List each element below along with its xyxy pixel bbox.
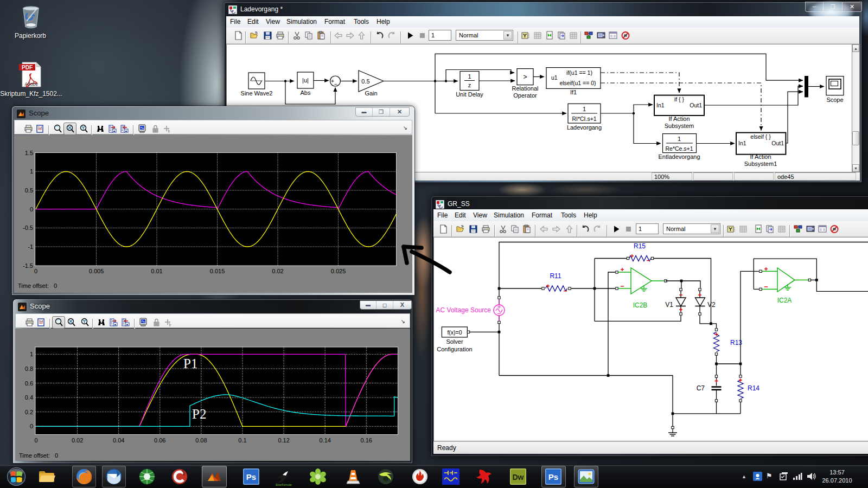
svg-text:0: 0 [30,423,33,429]
svg-text:RI*CI.s+1: RI*CI.s+1 [572,115,596,122]
svg-text:IC2B: IC2B [633,301,648,309]
svg-text:If Action: If Action [750,153,771,160]
svg-text:C7: C7 [697,384,705,392]
svg-text:V2: V2 [707,301,716,309]
svg-text:0.14: 0.14 [319,437,330,444]
svg-text:0: 0 [34,268,37,274]
svg-text:Out1: Out1 [690,102,702,108]
svg-text:AC Voltage Source: AC Voltage Source [436,306,492,314]
svg-text:0.2: 0.2 [25,409,33,415]
svg-text:0.5: 0.5 [361,78,369,85]
svg-text:0.005: 0.005 [89,268,104,274]
svg-text:1: 1 [30,351,33,357]
svg-text:u1: u1 [551,74,558,81]
svg-text:0.1: 0.1 [238,437,246,444]
svg-text:Ps: Ps [548,472,558,481]
svg-text:Subsystem1: Subsystem1 [744,160,777,167]
svg-text:In1: In1 [656,102,665,108]
svg-text:0.8: 0.8 [25,365,33,372]
svg-text:In1: In1 [738,140,746,146]
svg-text:Unit Delay: Unit Delay [456,91,483,98]
svg-text:P1: P1 [183,356,197,371]
svg-text:R11: R11 [550,272,561,280]
svg-text:0.6: 0.6 [25,380,33,387]
svg-text:Subsystem: Subsystem [665,123,694,129]
svg-text:0.16: 0.16 [361,437,372,444]
svg-text:0.01: 0.01 [151,268,162,274]
svg-text:0.4: 0.4 [25,394,33,401]
svg-text:|u|: |u| [302,77,309,84]
svg-text:0: 0 [34,437,37,444]
svg-text:Ladevorgang: Ladevorgang [567,124,602,131]
svg-text:Configuration: Configuration [437,346,472,352]
svg-text:0.02: 0.02 [272,268,283,274]
svg-text:Gain: Gain [365,90,377,97]
svg-text:-1: -1 [28,243,33,250]
svg-text:0.06: 0.06 [154,437,165,444]
svg-text:z: z [468,82,471,88]
svg-text:Re*Ce.s+1: Re*Ce.s+1 [665,145,693,152]
svg-text:elseif(u1 == 0): elseif(u1 == 0) [559,80,596,86]
svg-text:Out1: Out1 [771,140,784,146]
svg-text:R14: R14 [748,384,760,392]
svg-text:Abs: Abs [301,89,311,96]
svg-text:Relational: Relational [512,85,539,92]
svg-text:0: 0 [30,206,33,213]
svg-text:Dw: Dw [513,473,524,481]
svg-text:Sine Wave2: Sine Wave2 [241,90,273,97]
svg-text:Adobe: Adobe [24,81,38,87]
svg-text:-0.5: -0.5 [23,224,33,231]
svg-text:0.02: 0.02 [72,437,83,444]
svg-text:0.5: 0.5 [25,187,33,194]
svg-text:0.015: 0.015 [210,268,225,274]
svg-text:PDF: PDF [22,65,33,70]
svg-text:0.08: 0.08 [195,437,207,444]
svg-text:0.025: 0.025 [331,268,346,274]
svg-text:>: > [523,73,527,81]
svg-text:if { }: if { } [674,96,685,102]
svg-text:1: 1 [30,168,33,175]
svg-text:Entladevorgang: Entladevorgang [658,153,700,160]
svg-text:R15: R15 [634,242,646,250]
svg-text:If Action: If Action [668,115,690,122]
svg-text:1: 1 [583,106,586,112]
svg-text:1: 1 [468,73,471,80]
svg-text:1: 1 [678,136,681,142]
svg-text:P2: P2 [192,407,206,421]
svg-text:f(x)=0: f(x)=0 [447,329,462,336]
svg-text:Scope: Scope [826,97,843,103]
svg-text:If1: If1 [570,89,577,95]
svg-text:ElsterFormular: ElsterFormular [276,484,292,486]
svg-text:0.12: 0.12 [278,437,289,444]
svg-text:−: − [334,81,337,87]
svg-text:0.04: 0.04 [113,437,124,444]
svg-text:if(u1 == 1): if(u1 == 1) [566,69,592,76]
svg-text:1.5: 1.5 [25,150,33,156]
svg-text:Ps: Ps [246,472,256,481]
svg-text:-1.5: -1.5 [23,262,33,269]
svg-text:Solver: Solver [446,338,463,345]
svg-text:elseif { }: elseif { } [750,133,771,140]
svg-text:IC2A: IC2A [777,297,792,304]
svg-text:Operator: Operator [513,92,537,99]
svg-text:V1: V1 [665,301,673,309]
